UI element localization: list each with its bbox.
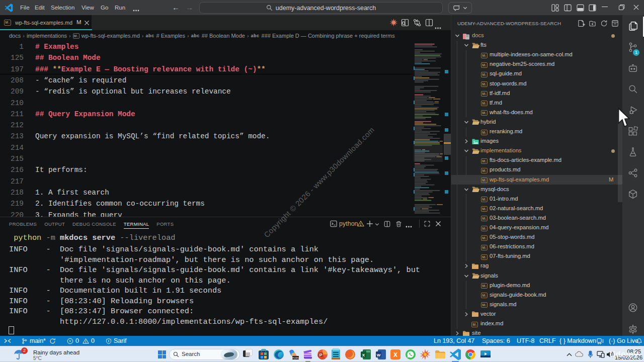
svg-text:W: W [377,353,381,357]
svg-text:P: P [319,352,322,357]
svg-text:X: X [393,351,397,358]
svg-text:PCRN: PCRN [292,356,299,359]
svg-text:X: X [362,353,365,357]
